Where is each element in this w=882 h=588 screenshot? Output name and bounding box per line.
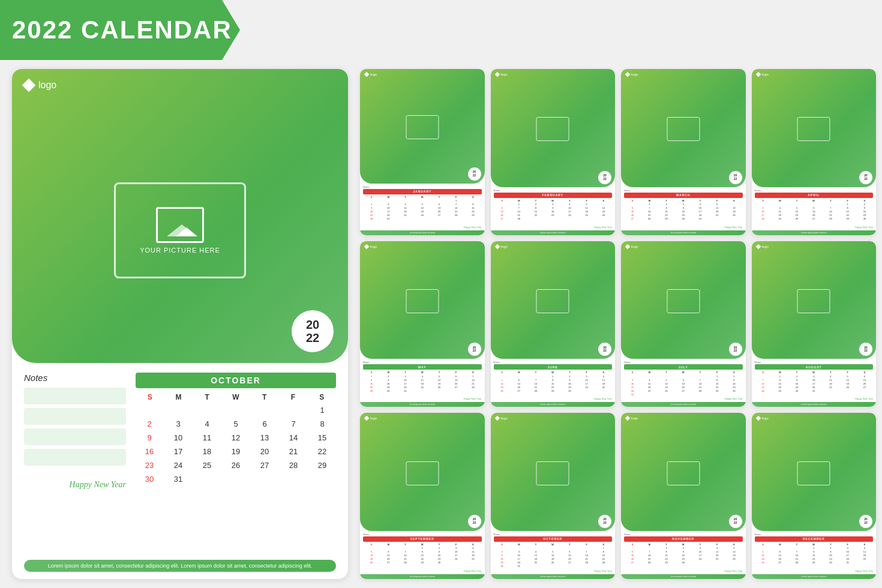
scd-33: [709, 561, 725, 565]
shdr-sa: S: [725, 543, 742, 546]
small-happy-new-year: Happy New Year: [494, 226, 613, 229]
shdr-t: T: [527, 371, 544, 374]
small-notes: Notes: [755, 533, 874, 536]
scd-35: [755, 392, 772, 396]
small-bottom: Notes DECEMBER S M T W T F S 12345678910…: [752, 531, 877, 574]
small-logo-text: logo: [631, 416, 638, 420]
shdr-m: M: [772, 543, 788, 546]
scd-37: [527, 221, 544, 224]
small-cal-grid: 1234567891011121314151617181920212223242…: [363, 547, 482, 568]
small-footer: Lorem ipsum dolor sit amet: [752, 574, 877, 579]
scd-32: [561, 217, 578, 221]
small-picture-box: [536, 289, 569, 313]
small-logo: logo: [365, 73, 480, 76]
small-happy-new-year: Happy New Year: [363, 226, 482, 229]
shdr-s: S: [755, 199, 772, 202]
scd-39: [431, 565, 448, 568]
scd-42: [363, 221, 380, 224]
scd-41: [464, 217, 481, 221]
shdr-s: S: [624, 199, 641, 202]
shdr-th: T: [561, 543, 578, 546]
cal-day-19: 14: [280, 431, 307, 444]
scd-33: [578, 217, 595, 221]
small-month-header: DECEMBER: [755, 536, 874, 542]
shdr-s: S: [363, 543, 380, 546]
small-green-top: logo 2022: [491, 413, 616, 531]
scd-37: [397, 217, 413, 221]
small-picture-box: [536, 117, 569, 141]
small-year-badge: 2022: [859, 171, 872, 184]
day-header-sat: S: [307, 393, 336, 401]
cal-day-22: 17: [164, 445, 192, 458]
shdr-w: W: [675, 199, 692, 202]
shdr-f: F: [709, 543, 725, 546]
small-footer: Lorem ipsum dolor sit amet: [360, 574, 485, 579]
scd-32: [692, 561, 709, 565]
small-notes: Notes: [363, 533, 482, 536]
cal-day-41: [308, 473, 336, 485]
cal-day-4: [251, 404, 278, 416]
small-year-badge: 2022: [468, 343, 481, 356]
scd-33: 31: [839, 561, 856, 565]
small-green-top: logo 2022: [360, 241, 485, 359]
small-day-headers: S M T W T F S: [494, 371, 613, 374]
small-happy-new-year: Happy New Year: [624, 226, 743, 229]
scd-37: [658, 221, 674, 224]
small-green-top: logo 2022: [752, 413, 877, 531]
diamond-icon: [22, 79, 36, 92]
shdr-m: M: [380, 371, 397, 374]
notes-line-2: [24, 408, 126, 425]
small-footer: Lorem ipsum dolor sit amet: [491, 230, 616, 235]
small-picture-box: [406, 461, 439, 485]
scd-36: [641, 565, 658, 568]
notes-section: Notes Happy New Year: [24, 373, 126, 490]
small-month-header: JUNE: [494, 364, 613, 370]
shdr-t: T: [397, 196, 413, 199]
small-notes: Notes: [494, 361, 613, 364]
scd-41: [595, 565, 612, 568]
small-page-april: logo 2022 Notes APRIL S M T W T F S 1234…: [752, 69, 877, 235]
small-year-badge: 2022: [598, 515, 611, 528]
small-page-october: logo 2022 Notes OCTOBER S M T W T F S 12…: [491, 413, 616, 579]
shdr-m: M: [772, 199, 788, 202]
small-year-badge: 2022: [729, 515, 742, 528]
small-year-badge: 2022: [468, 515, 481, 528]
scd-36: [511, 392, 527, 396]
shdr-s: S: [363, 371, 380, 374]
small-green-top: logo 2022: [621, 241, 746, 359]
shdr-w: W: [805, 199, 822, 202]
scd-37: [397, 392, 413, 396]
scd-38: [544, 392, 561, 396]
scd-36: 31: [380, 217, 397, 221]
scd-34: [725, 561, 742, 565]
small-green-top: logo 2022: [621, 413, 746, 531]
scd-39: [431, 217, 448, 221]
scd-35: [755, 221, 772, 224]
cal-day-2: [193, 404, 221, 416]
small-cal-grid: 1234567891011121314151617181920212223242…: [494, 547, 613, 568]
small-year-badge: 2022: [729, 171, 742, 184]
shdr-t: T: [788, 371, 805, 374]
small-cal-grid: 12345 6789101112131415161718192021222324…: [494, 203, 613, 224]
shdr-s: S: [494, 371, 511, 374]
small-day-headers: S M T W T F S: [755, 371, 874, 374]
shdr-th: T: [561, 199, 578, 202]
cal-day-38: [222, 473, 250, 485]
scd-36: [511, 221, 527, 224]
small-logo: logo: [365, 416, 480, 420]
small-diamond-icon: [755, 244, 760, 248]
shdr-s: S: [755, 371, 772, 374]
scd-37: [397, 565, 413, 568]
cal-day-28: 23: [136, 459, 163, 472]
shdr-w: W: [675, 543, 692, 546]
small-logo: logo: [626, 245, 741, 248]
small-logo: logo: [365, 245, 480, 248]
small-diamond-icon: [364, 244, 369, 248]
calendar-grid-section: OCTOBER S M T W T F S 123456789101112131…: [136, 373, 336, 490]
small-happy-new-year: Happy New Year: [363, 569, 482, 572]
shdr-s: S: [363, 196, 380, 199]
small-diamond-icon: [494, 72, 499, 77]
shdr-w: W: [414, 196, 431, 199]
small-year-text: 2022: [734, 346, 737, 353]
small-month-header: FEBRUARY: [494, 193, 613, 198]
